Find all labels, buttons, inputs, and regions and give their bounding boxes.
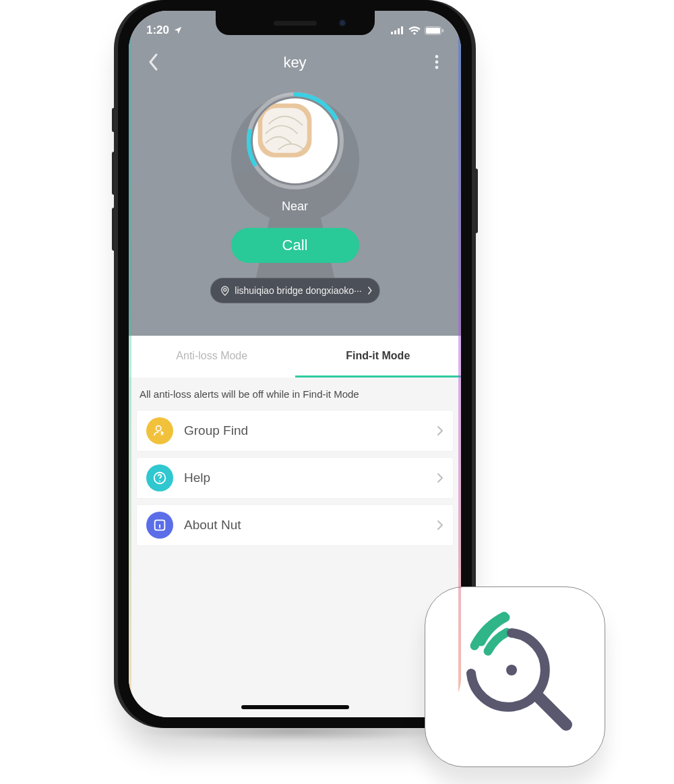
row-help[interactable]: Help xyxy=(137,458,453,498)
device-avatar[interactable] xyxy=(245,90,346,191)
nav-bar: key xyxy=(129,46,461,80)
row-group-find[interactable]: Group Find xyxy=(137,411,453,451)
back-button[interactable] xyxy=(142,51,164,73)
row-label: Group Find xyxy=(184,423,426,438)
location-chip[interactable]: lishuiqiao bridge dongxiaoko··· xyxy=(210,278,379,303)
wifi-icon xyxy=(408,26,421,35)
svg-point-9 xyxy=(435,66,439,69)
svg-rect-3 xyxy=(401,26,403,34)
svg-rect-0 xyxy=(391,32,393,34)
svg-rect-6 xyxy=(442,29,443,32)
svg-rect-1 xyxy=(394,30,396,34)
phone-mockup: 1:20 xyxy=(118,0,472,728)
svg-point-15 xyxy=(156,426,161,431)
svg-rect-5 xyxy=(426,28,440,34)
svg-point-8 xyxy=(435,61,439,64)
help-icon xyxy=(146,464,173,491)
notch xyxy=(216,11,375,35)
chevron-left-icon xyxy=(148,53,158,71)
group-find-icon xyxy=(146,417,173,444)
pin-icon xyxy=(220,285,229,296)
svg-point-21 xyxy=(506,665,517,675)
hero-panel: key xyxy=(129,11,461,336)
battery-icon xyxy=(425,26,443,35)
svg-point-17 xyxy=(159,481,160,482)
chevron-right-icon xyxy=(367,286,373,295)
proximity-label: Near xyxy=(129,200,461,214)
more-vertical-icon xyxy=(435,55,439,69)
mode-tabs: Anti-loss Mode Find-it Mode xyxy=(129,336,461,378)
svg-point-7 xyxy=(435,55,439,59)
magnifier-signal-icon xyxy=(448,609,582,744)
content-body: All anti-loss alerts will be off while i… xyxy=(129,378,461,717)
more-button[interactable] xyxy=(426,51,448,73)
svg-line-22 xyxy=(538,696,566,725)
home-indicator[interactable] xyxy=(241,705,349,709)
svg-point-14 xyxy=(223,289,226,291)
app-icon-card xyxy=(425,586,605,767)
row-label: Help xyxy=(184,471,426,485)
about-icon xyxy=(146,512,173,539)
svg-rect-2 xyxy=(398,28,400,34)
mode-note: All anti-loss alerts will be off while i… xyxy=(129,378,461,408)
chevron-right-icon xyxy=(437,472,443,484)
location-arrow-icon xyxy=(173,26,183,35)
cellular-icon xyxy=(391,26,404,34)
tab-anti-loss[interactable]: Anti-loss Mode xyxy=(129,336,295,378)
location-text: lishuiqiao bridge dongxiaoko··· xyxy=(235,285,361,296)
tab-find-it[interactable]: Find-it Mode xyxy=(295,336,462,378)
chevron-right-icon xyxy=(437,425,443,437)
row-label: About Nut xyxy=(184,518,426,533)
call-button[interactable]: Call xyxy=(231,228,359,263)
row-about[interactable]: About Nut xyxy=(137,505,453,545)
page-title: key xyxy=(283,54,306,71)
screen: 1:20 xyxy=(129,11,461,717)
chevron-right-icon xyxy=(437,519,443,531)
status-time: 1:20 xyxy=(146,24,169,37)
